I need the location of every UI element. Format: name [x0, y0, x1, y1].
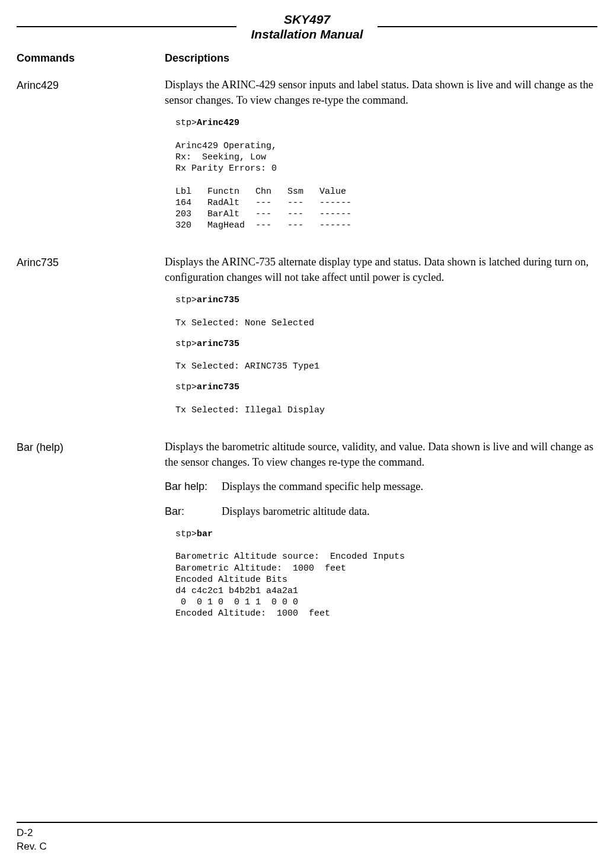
- console-output: Tx Selected: ARINC735 Type1: [175, 361, 319, 371]
- entry-arinc429-cmd: Arinc429: [17, 78, 165, 241]
- footer-rev: Rev. C: [17, 840, 597, 854]
- col-header-commands: Commands: [17, 52, 165, 65]
- console-prompt: stp>: [175, 295, 197, 305]
- footer-rule: [17, 822, 597, 823]
- entry-bar-desc: Displays the barometric altitude source,…: [165, 440, 597, 470]
- header-rule-left: [17, 26, 236, 27]
- entry-arinc735-console-2: stp>arinc735 Tx Selected: Illegal Displa…: [175, 382, 597, 416]
- console-prompt: stp>: [175, 529, 197, 539]
- entry-arinc429: Arinc429 Displays the ARINC-429 sensor i…: [17, 78, 597, 241]
- col-header-descriptions: Descriptions: [165, 52, 597, 65]
- console-prompt: stp>: [175, 118, 197, 128]
- entry-bar-body: Displays the barometric altitude source,…: [165, 440, 597, 629]
- subdef-bar-help-label: Bar help:: [165, 479, 222, 495]
- entry-arinc735-console-1: stp>arinc735 Tx Selected: ARINC735 Type1: [175, 338, 597, 373]
- entry-arinc735-body: Displays the ARINC-735 alternate display…: [165, 255, 597, 425]
- subdef-bar-label: Bar:: [165, 504, 222, 520]
- subdef-bar-help: Bar help: Displays the command specific …: [165, 479, 597, 495]
- columns-header: Commands Descriptions: [17, 52, 597, 65]
- subdef-bar-text: Displays barometric altitude data.: [222, 504, 597, 520]
- entry-bar-cmd: Bar (help): [17, 440, 165, 629]
- entry-arinc735-desc: Displays the ARINC-735 alternate display…: [165, 255, 597, 285]
- console-command: bar: [197, 529, 213, 539]
- entry-bar-subdefs: Bar help: Displays the command specific …: [165, 479, 597, 519]
- entry-bar-console: stp>bar Barometric Altitude source: Enco…: [175, 529, 597, 620]
- entry-arinc429-console: stp>Arinc429 Arinc429 Operating, Rx: See…: [175, 117, 597, 231]
- entry-arinc735-console-0: stp>arinc735 Tx Selected: None Selected: [175, 294, 597, 329]
- console-output: Arinc429 Operating, Rx: Seeking, Low Rx …: [175, 141, 351, 230]
- page-header: SKY497 Installation Manual: [17, 12, 597, 41]
- entry-arinc429-desc: Displays the ARINC-429 sensor inputs and…: [165, 78, 597, 108]
- entry-arinc735-cmd: Arinc735: [17, 255, 165, 425]
- subdef-bar: Bar: Displays barometric altitude data.: [165, 504, 597, 520]
- console-output: Tx Selected: None Selected: [175, 318, 314, 328]
- header-title-line1: SKY497: [251, 12, 363, 27]
- page-footer: D-2 Rev. C: [17, 822, 597, 854]
- console-command: arinc735: [197, 382, 239, 392]
- entry-bar: Bar (help) Displays the barometric altit…: [17, 440, 597, 629]
- console-command: arinc735: [197, 339, 239, 349]
- header-rule-right: [378, 26, 597, 27]
- console-output: Barometric Altitude source: Encoded Inpu…: [175, 552, 405, 619]
- subdef-bar-help-text: Displays the command specific help messa…: [222, 479, 597, 495]
- footer-page: D-2: [17, 827, 597, 840]
- entry-arinc429-body: Displays the ARINC-429 sensor inputs and…: [165, 78, 597, 241]
- entry-arinc735: Arinc735 Displays the ARINC-735 alternat…: [17, 255, 597, 425]
- console-prompt: stp>: [175, 382, 197, 392]
- console-prompt: stp>: [175, 339, 197, 349]
- console-command: arinc735: [197, 295, 239, 305]
- console-output: Tx Selected: Illegal Display: [175, 405, 325, 415]
- header-title-line2: Installation Manual: [251, 27, 363, 41]
- console-command: Arinc429: [197, 118, 239, 128]
